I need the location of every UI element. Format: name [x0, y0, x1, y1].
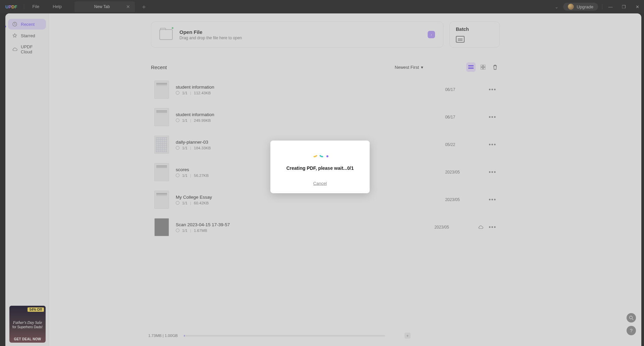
modal-cancel-button[interactable]: Cancel: [277, 181, 363, 186]
loading-icon: [312, 151, 328, 157]
modal-message: Creating PDF, please wait...0/1: [277, 165, 363, 170]
progress-modal: Creating PDF, please wait...0/1 Cancel: [270, 140, 370, 193]
